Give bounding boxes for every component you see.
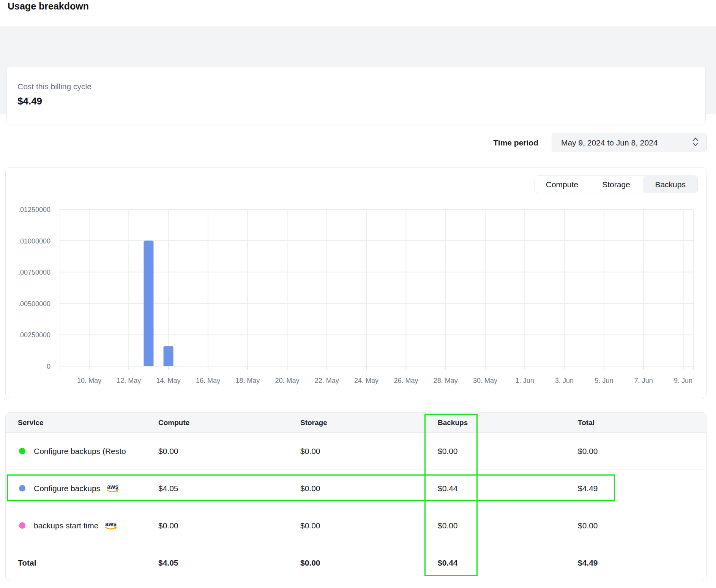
service-label: backups start time [34,521,98,530]
column-header-backups: Backups [438,413,468,433]
y-tick-label: .00250000 [18,331,50,339]
y-tick-label: .01250000 [18,206,50,213]
x-tick-label: 22. May [315,377,339,384]
column-header-total: Total [578,413,595,433]
x-tick-label: 16. May [196,377,220,384]
y-tick-label: .01000000 [18,237,50,245]
total-cell-compute: $4.05 [158,558,178,567]
x-tick-label: 9. Jun [674,377,692,384]
service-label: Configure backups (Resto [34,447,126,456]
cell-storage: $0.00 [300,484,320,493]
x-tick-label: 18. May [235,377,260,384]
service-dot [19,485,25,492]
cost-card-label: Cost this billing cycle [17,82,91,91]
cost-card-value: $4.49 [17,95,42,107]
service-cell: backups start timeaws [19,520,119,532]
service-cell: Configure backups (Resto [19,447,126,456]
chart-card: ComputeStorageBackups .01250000.01000000… [5,167,707,398]
cell-total: $0.00 [578,521,598,530]
usage-table: ServiceComputeStorageBackupsTotal Config… [5,412,707,581]
cell-total: $0.00 [578,447,598,456]
chevron-updown-icon [691,137,700,149]
service-cell: Configure backupsaws [19,482,121,495]
cell-storage: $0.00 [300,447,320,456]
x-tick-label: 7. Jun [634,377,653,384]
usage-bar[interactable] [164,346,173,366]
table-header-row: ServiceComputeStorageBackupsTotal [6,413,706,433]
total-cell-storage: $0.00 [300,558,320,567]
table-row: Configure backups (Resto$0.00$0.00$0.00$… [6,433,706,470]
table-row: backups start timeaws$0.00$0.00$0.00$0.0… [6,507,706,544]
table-row: Total$4.05$0.00$0.44$4.49 [6,544,706,581]
y-tick-label: .00500000 [18,300,50,308]
service-dot [19,448,25,454]
column-header-storage: Storage [300,413,327,433]
cost-card: Cost this billing cycle $4.49 [6,66,706,125]
total-row-label: Total [18,558,36,567]
x-tick-label: 5. Jun [595,377,613,384]
svg-text:aws: aws [107,484,118,490]
svg-text:aws: aws [105,521,117,527]
x-tick-label: 10. May [77,377,101,384]
page-title: Usage breakdown [8,1,89,12]
usage-bar[interactable] [144,241,153,366]
cell-storage: $0.00 [300,521,320,530]
cell-compute: $0.00 [158,447,178,456]
time-period-select[interactable]: May 9, 2024 to Jun 8, 2024 [552,133,707,152]
column-header-compute: Compute [158,413,189,433]
total-cell-total: $4.49 [578,558,598,567]
usage-chart: .01250000.01000000.00750000.00500000.002… [6,168,707,398]
time-period-value: May 9, 2024 to Jun 8, 2024 [561,138,691,147]
x-tick-label: 12. May [117,377,141,384]
y-tick-label: .00750000 [18,269,50,276]
total-cell-backups: $0.44 [438,558,458,567]
table-row: Configure backupsaws$4.05$0.00$0.44$4.49 [6,470,706,507]
x-tick-label: 3. Jun [555,377,574,384]
cell-compute: $0.00 [158,521,178,530]
x-tick-label: 28. May [434,377,458,384]
x-tick-label: 30. May [473,377,497,384]
summary-band: Cost this billing cycle $4.49 [0,26,716,114]
x-tick-label: 24. May [354,377,379,384]
cell-total: $4.49 [578,484,598,493]
x-tick-label: 14. May [156,377,181,384]
aws-icon: aws [106,484,121,496]
time-period-label: Time period [440,138,538,147]
x-tick-label: 26. May [394,377,418,384]
service-dot [19,522,25,529]
service-label: Configure backups [34,484,100,493]
x-tick-label: 1. Jun [516,377,534,384]
cell-backups: $0.00 [438,447,458,456]
cell-backups: $0.00 [438,521,458,530]
x-tick-label: 20. May [275,377,299,384]
y-tick-label: 0 [47,363,50,370]
column-header-service: Service [18,413,44,433]
cell-compute: $4.05 [158,484,178,493]
aws-icon: aws [104,521,119,533]
cell-backups: $0.44 [438,484,458,493]
